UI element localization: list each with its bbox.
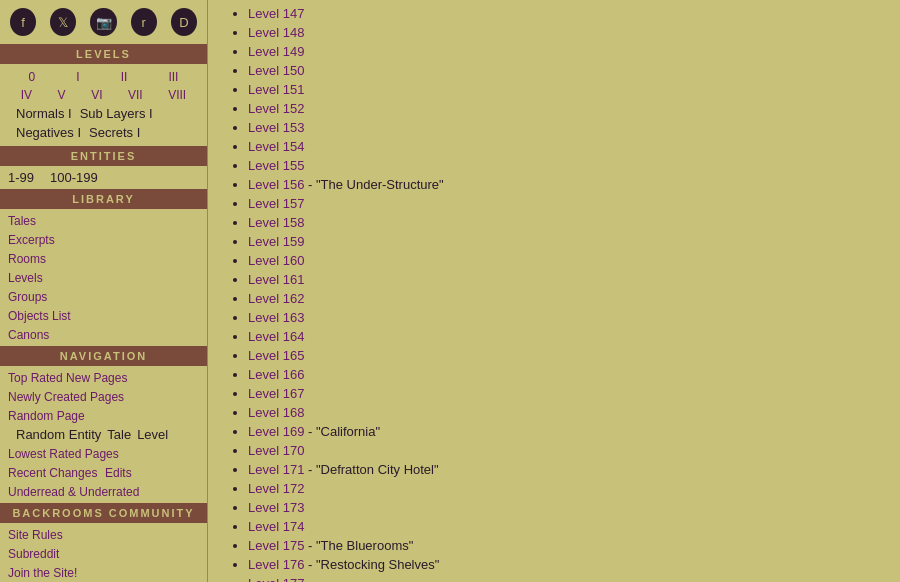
recent-changes-link[interactable]: Recent Changes — [8, 466, 97, 480]
level-150-link[interactable]: Level 150 — [248, 63, 304, 78]
list-item: Level 154 — [248, 137, 884, 156]
entities-100-199-link[interactable]: 100-199 — [50, 170, 98, 185]
instagram-icon[interactable]: 📷 — [90, 8, 116, 36]
normals-link[interactable]: Normals I — [16, 106, 72, 121]
level-176-subtitle: - "Restocking Shelves" — [304, 557, 439, 572]
level-173-link[interactable]: Level 173 — [248, 500, 304, 515]
levels-row-bottom: IV V VI VII VIII — [8, 86, 199, 104]
sub-layers-link[interactable]: Sub Layers I — [80, 106, 153, 121]
level-176-link[interactable]: Level 176 — [248, 557, 304, 572]
level-151-link[interactable]: Level 151 — [248, 82, 304, 97]
list-item: Level 163 — [248, 308, 884, 327]
level-163-link[interactable]: Level 163 — [248, 310, 304, 325]
level-154-link[interactable]: Level 154 — [248, 139, 304, 154]
sidebar-item-subreddit[interactable]: Subreddit — [8, 544, 199, 563]
community-section: Site Rules Subreddit Join the Site! Foru… — [0, 523, 207, 582]
level-171-link[interactable]: Level 171 — [248, 462, 304, 477]
level-157-link[interactable]: Level 157 — [248, 196, 304, 211]
list-item: Level 162 — [248, 289, 884, 308]
sidebar-item-excerpts[interactable]: Excerpts — [8, 230, 199, 249]
sidebar-item-top-rated[interactable]: Top Rated New Pages — [8, 368, 199, 387]
normals-row: Normals I Sub Layers I — [8, 104, 199, 123]
level-6-link[interactable]: VI — [91, 88, 102, 102]
level-169-link[interactable]: Level 169 — [248, 424, 304, 439]
edits-link[interactable]: Edits — [105, 466, 132, 480]
sidebar-item-underread[interactable]: Underread & Underrated — [8, 482, 199, 501]
reddit-icon[interactable]: r — [131, 8, 157, 36]
negatives-row: Negatives I Secrets I — [8, 123, 199, 142]
sidebar-item-lowest-rated[interactable]: Lowest Rated Pages — [8, 444, 199, 463]
sidebar-item-canons[interactable]: Canons — [8, 325, 199, 344]
sidebar-item-rooms[interactable]: Rooms — [8, 249, 199, 268]
list-item: Level 150 — [248, 61, 884, 80]
entities-range-row: 1-99 100-199 — [0, 166, 207, 189]
level-8-link[interactable]: VIII — [168, 88, 186, 102]
level-7-link[interactable]: VII — [128, 88, 143, 102]
navigation-header: NAVIGATION — [0, 346, 207, 366]
list-item: Level 177 — [248, 574, 884, 582]
twitter-icon[interactable]: 𝕏 — [50, 8, 76, 36]
level-4-link[interactable]: IV — [21, 88, 32, 102]
random-entity-row: Random Entity Tale Level — [8, 425, 199, 444]
tale-link[interactable]: Tale — [107, 427, 131, 442]
level-0-link[interactable]: 0 — [29, 70, 36, 84]
list-item: Level 161 — [248, 270, 884, 289]
random-entity-link[interactable]: Random Entity — [16, 427, 101, 442]
level-5-link[interactable]: V — [58, 88, 66, 102]
level-156-subtitle: - "The Under-Structure" — [304, 177, 443, 192]
sidebar-item-newly-created[interactable]: Newly Created Pages — [8, 387, 199, 406]
sidebar-item-tales[interactable]: Tales — [8, 211, 199, 230]
level-158-link[interactable]: Level 158 — [248, 215, 304, 230]
level-175-link[interactable]: Level 175 — [248, 538, 304, 553]
negatives-link[interactable]: Negatives I — [16, 125, 81, 140]
level-168-link[interactable]: Level 168 — [248, 405, 304, 420]
sidebar-item-site-rules[interactable]: Site Rules — [8, 525, 199, 544]
list-item: Level 167 — [248, 384, 884, 403]
navigation-section: Top Rated New Pages Newly Created Pages … — [0, 366, 207, 503]
level-159-link[interactable]: Level 159 — [248, 234, 304, 249]
entities-header: ENTITIES — [0, 146, 207, 166]
level-148-link[interactable]: Level 148 — [248, 25, 304, 40]
sidebar-item-objects-list[interactable]: Objects List — [8, 306, 199, 325]
level-2-link[interactable]: II — [121, 70, 128, 84]
level-155-link[interactable]: Level 155 — [248, 158, 304, 173]
level-161-link[interactable]: Level 161 — [248, 272, 304, 287]
level-177-link[interactable]: Level 177 — [248, 576, 304, 582]
level-link[interactable]: Level — [137, 427, 168, 442]
list-item: Level 156 - "The Under-Structure" — [248, 175, 884, 194]
level-170-link[interactable]: Level 170 — [248, 443, 304, 458]
sidebar-item-random-page[interactable]: Random Page — [8, 406, 199, 425]
level-165-link[interactable]: Level 165 — [248, 348, 304, 363]
sidebar: f 𝕏 📷 r D LEVELS 0 I II III IV V VI VII … — [0, 0, 208, 582]
sidebar-item-join-site[interactable]: Join the Site! — [8, 563, 199, 582]
list-item: Level 158 — [248, 213, 884, 232]
level-171-subtitle: - "Defratton City Hotel" — [304, 462, 438, 477]
list-item: Level 168 — [248, 403, 884, 422]
level-167-link[interactable]: Level 167 — [248, 386, 304, 401]
list-item: Level 153 — [248, 118, 884, 137]
list-item: Level 151 — [248, 80, 884, 99]
level-149-link[interactable]: Level 149 — [248, 44, 304, 59]
facebook-icon[interactable]: f — [10, 8, 36, 36]
level-147-link[interactable]: Level 147 — [248, 6, 304, 21]
level-153-link[interactable]: Level 153 — [248, 120, 304, 135]
level-172-link[interactable]: Level 172 — [248, 481, 304, 496]
secrets-link[interactable]: Secrets I — [89, 125, 140, 140]
level-162-link[interactable]: Level 162 — [248, 291, 304, 306]
levels-header: LEVELS — [0, 44, 207, 64]
list-item: Level 169 - "California" — [248, 422, 884, 441]
level-1-link[interactable]: I — [76, 70, 79, 84]
levels-row-top: 0 I II III — [8, 68, 199, 86]
level-3-link[interactable]: III — [168, 70, 178, 84]
level-156-link[interactable]: Level 156 — [248, 177, 304, 192]
level-174-link[interactable]: Level 174 — [248, 519, 304, 534]
discord-icon[interactable]: D — [171, 8, 197, 36]
level-160-link[interactable]: Level 160 — [248, 253, 304, 268]
list-item: Level 166 — [248, 365, 884, 384]
sidebar-item-groups[interactable]: Groups — [8, 287, 199, 306]
sidebar-item-levels[interactable]: Levels — [8, 268, 199, 287]
level-164-link[interactable]: Level 164 — [248, 329, 304, 344]
entities-1-99-link[interactable]: 1-99 — [8, 170, 34, 185]
level-166-link[interactable]: Level 166 — [248, 367, 304, 382]
level-152-link[interactable]: Level 152 — [248, 101, 304, 116]
